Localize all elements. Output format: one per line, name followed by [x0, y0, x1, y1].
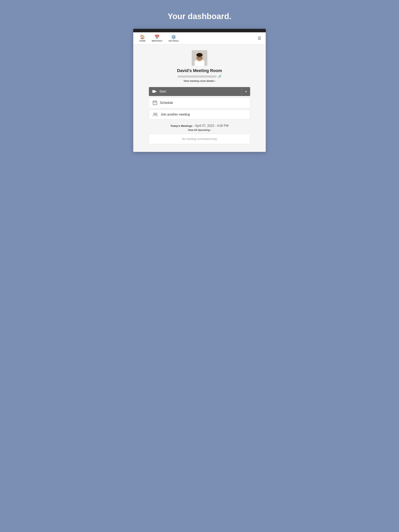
avatar-container: [192, 50, 207, 66]
title-bar: [133, 29, 266, 32]
home-icon: 🏠: [140, 35, 145, 39]
view-room-details-link[interactable]: View meeting room details ›: [184, 80, 215, 82]
app-window: 🏠 HOME 📅 MEETINGS ⚙️ SETTINGS ☰: [133, 29, 266, 152]
action-buttons: Start ▾ 7 Schedule: [149, 87, 250, 119]
nav-bar: 🏠 HOME 📅 MEETINGS ⚙️ SETTINGS ☰: [133, 32, 266, 44]
svg-rect-7: [152, 90, 155, 93]
svg-rect-1: [195, 60, 204, 66]
video-icon: [152, 90, 157, 93]
meetings-title: Today's Meetings: [170, 124, 193, 127]
join-meeting-button[interactable]: Join another meeting: [149, 110, 250, 119]
nav-settings[interactable]: ⚙️ SETTINGS: [165, 34, 182, 43]
svg-point-14: [154, 113, 155, 114]
hamburger-menu[interactable]: ☰: [256, 35, 263, 41]
main-content: David's Meeting Room 🔗 View meeting room…: [133, 44, 266, 152]
meetings-section: Today's Meetings - April 07, 2022 - 4:00…: [149, 124, 250, 144]
avatar-image: [192, 50, 207, 66]
start-dropdown-arrow[interactable]: ▾: [242, 87, 250, 96]
gear-icon: ⚙️: [171, 35, 176, 39]
nav-settings-label: SETTINGS: [168, 40, 179, 42]
calendar-icon: 📅: [154, 35, 160, 39]
schedule-button[interactable]: 7 Schedule: [149, 98, 250, 108]
schedule-calendar-icon: 7: [153, 101, 157, 105]
meetings-header: Today's Meetings - April 07, 2022 - 4:00…: [149, 124, 250, 127]
nav-home[interactable]: 🏠 HOME: [136, 34, 149, 43]
svg-marker-8: [155, 90, 157, 93]
room-name: David's Meeting Room: [177, 68, 222, 73]
join-icon: [153, 113, 158, 116]
avatar: [192, 50, 207, 66]
nav-home-label: HOME: [140, 40, 146, 42]
meetings-date: - April 07, 2022 - 4:00 PM: [193, 124, 229, 127]
page-title: Your dashboard.: [167, 12, 231, 21]
svg-point-3: [196, 53, 203, 57]
svg-text:7: 7: [154, 103, 155, 104]
room-url-blurred: [178, 76, 216, 77]
room-url-row: 🔗: [178, 75, 221, 78]
nav-meetings[interactable]: 📅 MEETINGS: [149, 34, 165, 43]
nav-meetings-label: MEETINGS: [152, 40, 162, 42]
link-icon: 🔗: [218, 75, 221, 78]
start-button[interactable]: Start ▾: [149, 87, 250, 96]
view-all-upcoming-link[interactable]: View All Upcoming ›: [149, 129, 250, 132]
svg-point-15: [156, 113, 157, 114]
no-meetings-message: No meetings scheduled today: [149, 134, 250, 144]
nav-items: 🏠 HOME 📅 MEETINGS ⚙️ SETTINGS: [136, 34, 256, 43]
